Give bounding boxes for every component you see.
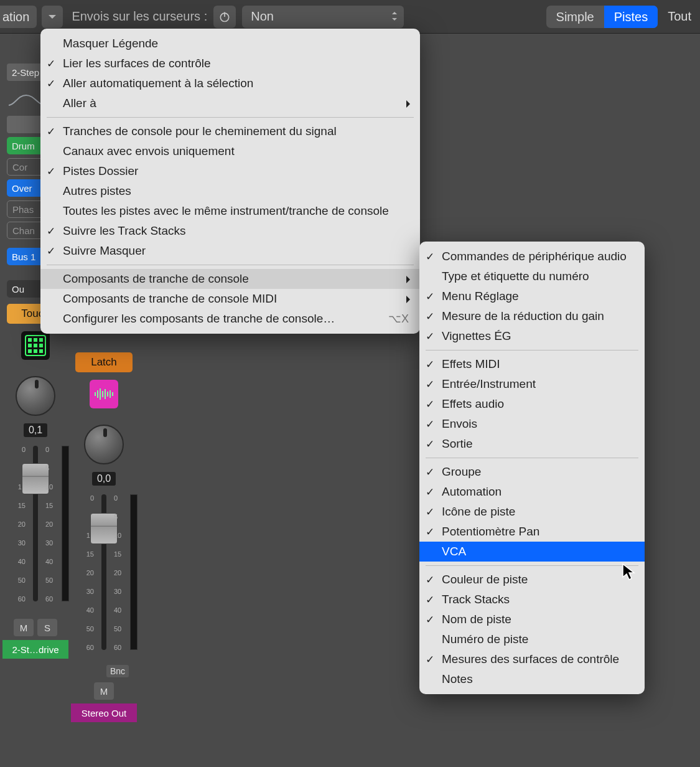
check-icon: ✓ bbox=[426, 653, 434, 666]
pan-knob[interactable] bbox=[82, 422, 126, 467]
volume-fader[interactable] bbox=[33, 446, 38, 601]
scale-tick: 30 bbox=[75, 588, 94, 595]
scale-tick: 50 bbox=[114, 625, 133, 633]
check-icon: ✓ bbox=[426, 378, 434, 391]
svg-rect-15 bbox=[102, 391, 103, 397]
scale-tick: 60 bbox=[45, 595, 64, 603]
menu-item[interactable]: ✓Suivre les Track Stacks bbox=[40, 221, 420, 241]
track-icon[interactable] bbox=[21, 331, 50, 360]
menu-item[interactable]: ✓Track Stacks bbox=[419, 590, 645, 609]
view-tab-simple[interactable]: Simple bbox=[546, 6, 604, 28]
mute-button[interactable]: M bbox=[94, 682, 114, 700]
menu-item-label: Tranches de console pour le cheminement … bbox=[63, 125, 337, 138]
menu-item[interactable]: Notes bbox=[419, 669, 645, 689]
menu-item[interactable]: ✓Potentiomètre Pan bbox=[419, 522, 645, 542]
scale-tick: 15 bbox=[45, 502, 64, 509]
check-icon: ✓ bbox=[426, 613, 434, 626]
check-icon: ✓ bbox=[426, 358, 434, 371]
scale-tick: 60 bbox=[114, 644, 133, 651]
svg-rect-19 bbox=[112, 392, 113, 396]
svg-rect-11 bbox=[39, 349, 43, 353]
menu-item[interactable]: ✓Automation bbox=[419, 482, 645, 502]
menu-item[interactable]: Numéro de piste bbox=[419, 629, 645, 649]
menu-item[interactable]: ✓Lier les surfaces de contrôle bbox=[40, 54, 420, 73]
pan-value[interactable]: 0,1 bbox=[24, 423, 47, 437]
menu-item-label: Track Stacks bbox=[442, 593, 510, 606]
check-icon: ✓ bbox=[426, 466, 434, 479]
menu-item[interactable]: Canaux avec envois uniquement bbox=[40, 141, 420, 161]
menu-item[interactable]: ✓Entrée/Instrument bbox=[419, 374, 645, 394]
check-icon: ✓ bbox=[426, 438, 434, 451]
check-icon: ✓ bbox=[47, 77, 55, 90]
mute-button[interactable]: M bbox=[14, 619, 34, 636]
check-icon: ✓ bbox=[47, 57, 55, 70]
menu-item[interactable]: ✓Mesures des surfaces de contrôle bbox=[419, 649, 645, 669]
scale-tick: 0 bbox=[75, 494, 94, 502]
menu-item[interactable]: ✓Nom de piste bbox=[419, 609, 645, 629]
scale-tick: 5 bbox=[45, 464, 64, 472]
sends-on-faders-select[interactable]: Non bbox=[242, 6, 404, 28]
track-icon[interactable] bbox=[90, 380, 118, 408]
menu-item[interactable]: ✓Vignettes ÉG bbox=[419, 326, 645, 346]
pan-value[interactable]: 0,0 bbox=[92, 472, 116, 486]
power-icon bbox=[218, 11, 231, 23]
check-icon: ✓ bbox=[426, 398, 434, 411]
menu-item[interactable]: Masquer Légende bbox=[40, 34, 420, 54]
svg-rect-9 bbox=[28, 349, 32, 353]
menu-item[interactable]: ✓Couleur de piste bbox=[419, 570, 645, 590]
edit-menu-button[interactable]: ation bbox=[0, 6, 37, 28]
scale-tick: 40 bbox=[75, 606, 94, 614]
menu-item[interactable]: Autres pistes bbox=[40, 181, 420, 201]
pan-knob[interactable] bbox=[13, 374, 58, 418]
menu-item-label: Potentiomètre Pan bbox=[442, 525, 539, 539]
menu-item[interactable]: ✓Aller automatiquement à la sélection bbox=[40, 73, 420, 93]
submenu-arrow-icon bbox=[405, 98, 411, 112]
view-menu-dropdown[interactable] bbox=[42, 6, 63, 28]
scale-tick: 60 bbox=[7, 595, 26, 603]
menu-item-label: Effets audio bbox=[442, 397, 504, 411]
menu-item[interactable]: ✓Sortie bbox=[419, 434, 645, 454]
check-icon: ✓ bbox=[426, 525, 434, 539]
menu-item[interactable]: Aller à bbox=[40, 93, 420, 113]
scale-tick: 10 bbox=[45, 483, 64, 491]
menu-item[interactable]: ✓Suivre Masquer bbox=[40, 241, 420, 261]
menu-item[interactable]: VCA bbox=[419, 542, 645, 562]
menu-item[interactable]: ✓Effets audio bbox=[419, 394, 645, 414]
track-name-label[interactable]: 2-St…drive bbox=[2, 640, 68, 659]
solo-button[interactable]: S bbox=[37, 619, 57, 636]
menu-item[interactable]: ✓Tranches de console pour le cheminement… bbox=[40, 121, 420, 141]
menu-item-label: Envois bbox=[442, 417, 477, 431]
view-tab-pistes[interactable]: Pistes bbox=[604, 6, 658, 28]
menu-item[interactable]: ✓Commandes de périphérique audio bbox=[419, 247, 645, 266]
view-tab-tout[interactable]: Tout bbox=[665, 9, 694, 24]
view-segmented-control: Simple Pistes bbox=[546, 6, 658, 28]
track-name-label[interactable]: Stereo Out bbox=[71, 703, 137, 722]
svg-rect-16 bbox=[105, 389, 106, 399]
automation-mode-button[interactable]: Latch bbox=[75, 352, 133, 372]
menu-item-label: Toutes les pistes avec le même instrumen… bbox=[63, 204, 389, 218]
menu-item[interactable]: Type et étiquette du numéro bbox=[419, 266, 645, 286]
scale-tick: 30 bbox=[7, 539, 26, 547]
bounce-button[interactable]: Bnc bbox=[106, 665, 129, 677]
menu-item[interactable]: ✓Envois bbox=[419, 414, 645, 434]
svg-rect-7 bbox=[34, 344, 37, 347]
menu-item[interactable]: ✓Mesure de la réduction du gain bbox=[419, 306, 645, 326]
menu-item[interactable]: ✓Pistes Dossier bbox=[40, 161, 420, 181]
menu-item[interactable]: ✓Icône de piste bbox=[419, 502, 645, 522]
menu-item[interactable]: Toutes les pistes avec le même instrumen… bbox=[40, 201, 420, 221]
menu-item[interactable]: ✓Groupe bbox=[419, 462, 645, 482]
menu-item-label: Configurer les composants de tranche de … bbox=[63, 312, 335, 326]
menu-item[interactable]: ✓Menu Réglage bbox=[419, 286, 645, 306]
fader-scale-right: 0510152030405060 bbox=[114, 494, 133, 650]
menu-item-label: Menu Réglage bbox=[442, 289, 519, 303]
scale-tick: 15 bbox=[114, 550, 133, 558]
scale-tick: 50 bbox=[7, 576, 26, 584]
waveform-icon bbox=[93, 388, 114, 400]
menu-item[interactable]: Composants de tranche de console MIDI bbox=[40, 289, 420, 309]
volume-fader[interactable] bbox=[101, 494, 106, 650]
menu-item[interactable]: Configurer les composants de tranche de … bbox=[40, 309, 420, 329]
menu-item[interactable]: ✓Effets MIDI bbox=[419, 354, 645, 374]
sends-on-faders-power-button[interactable] bbox=[213, 6, 236, 28]
check-icon: ✓ bbox=[426, 250, 434, 263]
menu-item[interactable]: Composants de tranche de console bbox=[40, 269, 420, 289]
